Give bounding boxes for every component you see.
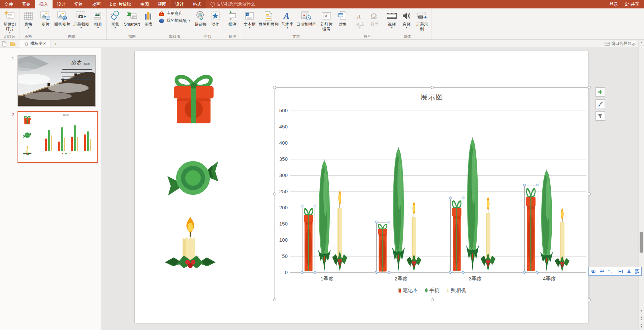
resize-handle-sw[interactable] — [273, 298, 276, 301]
series-candy-green-bar[interactable] — [391, 146, 406, 272]
vertical-scrollbar[interactable]: ▲ ▼ ▲▲ ▼▼ — [638, 40, 644, 330]
window-merge-toggle[interactable]: 窗口合并显示 — [605, 41, 638, 47]
mini-candy-image — [22, 131, 32, 140]
series-selection-handle[interactable] — [462, 271, 464, 274]
signin-button[interactable]: 登录 — [609, 1, 618, 7]
gift-clipart[interactable] — [168, 71, 219, 125]
previous-slide-button[interactable]: ▲▲ — [639, 316, 644, 321]
open-folder-button[interactable] — [10, 41, 15, 46]
textbox-button[interactable]: A 文本框▾ — [242, 9, 257, 29]
chart-object[interactable]: 展示图 5004504003503002502001501005001季度2季度… — [275, 87, 589, 300]
screen-record-button[interactable]: 屏幕录制 — [414, 9, 430, 31]
chart-styles-button[interactable] — [595, 99, 605, 109]
series-selection-handle[interactable] — [536, 184, 539, 186]
resize-handle-s[interactable] — [431, 298, 434, 301]
board-icon[interactable] — [618, 269, 623, 274]
chart-legend[interactable]: 笔记本 手机 照相机 — [275, 287, 589, 294]
series-candle-yellow-bar[interactable] — [480, 196, 496, 272]
photo-album-button[interactable]: 相册▾ — [91, 9, 105, 29]
scroll-up-arrow[interactable]: ▲ — [639, 41, 644, 44]
series-selection-handle[interactable] — [449, 271, 452, 274]
next-slide-button[interactable]: ▼▼ — [639, 323, 644, 328]
editing-canvas[interactable]: 展示图 5004504003503002502001501005001季度2季度… — [101, 48, 638, 330]
share-button[interactable]: 共享 — [624, 1, 639, 7]
new-file-button[interactable] — [2, 41, 6, 47]
tab-file[interactable]: 文件 — [0, 0, 18, 8]
scroll-down-arrow[interactable]: ▼ — [639, 309, 644, 312]
candle-clipart[interactable] — [162, 215, 219, 274]
legend-item[interactable]: 手机 — [425, 287, 440, 294]
tab-charttools-format[interactable]: 格式 — [188, 0, 206, 8]
wordart-button[interactable]: A 艺术字▾ — [280, 9, 295, 29]
slide-number-button[interactable]: # 幻灯片编号 — [318, 9, 335, 31]
shapes-button[interactable]: 形状▾ — [108, 9, 123, 29]
series-selection-handle[interactable] — [523, 271, 526, 274]
series-selection-handle[interactable] — [314, 271, 316, 274]
smartart-icon — [126, 10, 138, 22]
tab-slideshow[interactable]: 幻灯片放映 — [105, 0, 136, 8]
series-candy-green-bar[interactable] — [465, 137, 480, 272]
online-picture-button[interactable]: 联机图片 — [53, 9, 72, 27]
series-selection-handle[interactable] — [314, 205, 316, 207]
resize-handle-e[interactable] — [588, 192, 591, 196]
smartart-button[interactable]: SmartArt — [123, 9, 141, 27]
legend-item[interactable]: 笔记本 — [398, 287, 418, 294]
tab-insert[interactable]: 插入 — [35, 0, 53, 8]
series-candy-green-bar[interactable] — [539, 169, 554, 272]
tab-charttools-design[interactable]: 设计 — [171, 0, 188, 8]
chart-filters-button[interactable] — [595, 111, 605, 121]
header-footer-button[interactable]: 页眉和页脚 — [257, 9, 280, 27]
add-tab-button[interactable]: + — [51, 41, 61, 47]
series-selection-handle[interactable] — [462, 197, 464, 199]
resize-handle-nw[interactable] — [273, 86, 276, 89]
resize-handle-w[interactable] — [273, 192, 276, 196]
candy-clipart[interactable] — [167, 151, 219, 205]
grid-icon[interactable] — [635, 269, 639, 274]
series-selection-handle[interactable] — [301, 271, 303, 274]
template-zone-tab[interactable]: 模板专区 — [20, 40, 51, 48]
resize-handle-se[interactable] — [588, 298, 591, 301]
series-selection-handle[interactable] — [388, 221, 390, 223]
series-candle-yellow-bar[interactable] — [332, 190, 348, 272]
slide-2-canvas[interactable]: 展示图 5004504003503002502001501005001季度2季度… — [135, 51, 588, 323]
action-button[interactable]: 动作 — [208, 9, 223, 27]
series-selection-handle[interactable] — [375, 271, 378, 274]
datetime-button[interactable]: 日期和时间 — [295, 9, 318, 27]
series-candle-yellow-bar[interactable] — [406, 201, 422, 272]
tellme-box[interactable]: 告诉我您想要做什么... — [206, 0, 263, 8]
store-button[interactable]: 应用商店 — [159, 11, 190, 17]
series-candy-green-bar[interactable] — [317, 159, 332, 272]
series-selection-handle[interactable] — [388, 271, 390, 274]
video-button[interactable]: 视频▾ — [384, 9, 399, 29]
comment-button[interactable]: 批注 — [225, 9, 240, 27]
picture-button[interactable]: 图片 — [38, 9, 53, 27]
slide-2-thumbnail[interactable]: 展示图 — [18, 111, 98, 163]
paw-icon[interactable] — [591, 269, 596, 274]
tab-animations[interactable]: 动画 — [88, 0, 105, 8]
tab-view[interactable]: 视图 — [153, 0, 171, 8]
chinese-mode-icon[interactable]: 中 — [600, 268, 604, 274]
scrollbar-thumb[interactable] — [640, 232, 643, 253]
tab-home[interactable]: 开始 — [18, 0, 35, 8]
resize-handle-n[interactable] — [431, 86, 434, 89]
my-addins-button[interactable]: 我的加载项 ▾ — [159, 18, 190, 24]
resize-handle-ne[interactable] — [588, 86, 591, 89]
table-button[interactable]: 表格▾ — [21, 9, 36, 29]
chart-button[interactable]: 图表 — [141, 9, 156, 27]
object-button[interactable]: 对象 — [335, 9, 350, 27]
series-selection-handle[interactable] — [523, 184, 526, 186]
hyperlink-button[interactable]: 超链接 — [193, 9, 208, 27]
tab-review[interactable]: 审阅 — [136, 0, 153, 8]
chart-elements-button[interactable] — [595, 87, 605, 97]
tab-transitions[interactable]: 切换 — [70, 0, 88, 8]
audio-button[interactable]: 音频▾ — [399, 9, 414, 29]
series-candle-yellow-bar[interactable] — [554, 208, 570, 272]
tab-design[interactable]: 设计 — [53, 0, 70, 8]
slide-1-thumbnail[interactable]: 出塞 王昌龄 — [18, 55, 96, 107]
series-selection-handle[interactable] — [536, 271, 539, 274]
screenshot-button[interactable]: 屏幕截图▾ — [72, 9, 91, 29]
person-icon[interactable] — [627, 269, 631, 274]
punctuation-icon[interactable]: °， — [608, 268, 614, 274]
legend-item[interactable]: 照相机 — [446, 287, 466, 294]
new-slide-button[interactable]: 新建幻灯片▾ — [1, 9, 19, 34]
